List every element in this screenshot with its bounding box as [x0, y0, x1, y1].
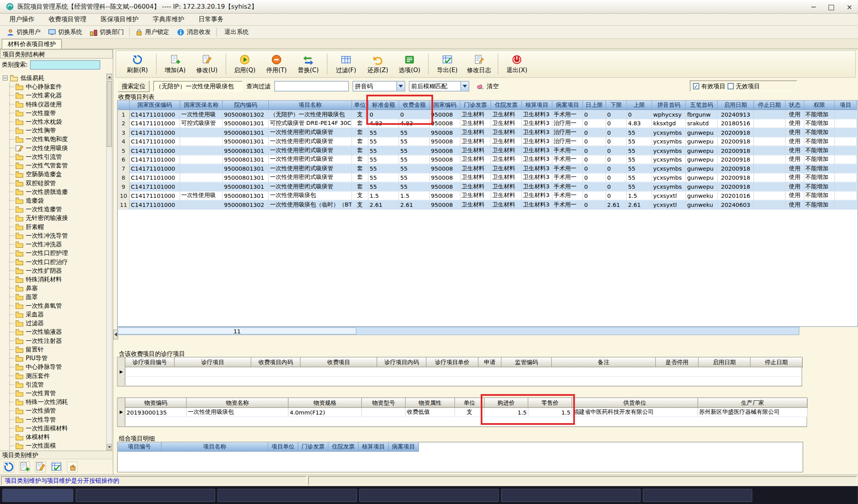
column-header[interactable]: 供货单位 [572, 398, 698, 408]
tree-item[interactable]: 一次性膀胱造瘘 [6, 187, 106, 196]
tab-material-price-maintenance[interactable]: 材料价表项目维护 [2, 39, 62, 49]
table-row[interactable]: 8C1417110100095000801301一次性使用密闭式吸痰管套5555… [118, 173, 858, 182]
column-header[interactable]: 收费项目内码 [251, 357, 301, 367]
tree-item[interactable]: 一次性扩阴器 [6, 266, 106, 275]
taskbar-button[interactable] [359, 489, 499, 502]
category-tool-button[interactable] [51, 461, 62, 472]
tree-item[interactable]: 一次性冲洗导管 [6, 231, 106, 240]
column-header[interactable]: 单位 [352, 101, 369, 110]
scrollbar-thumb[interactable]: 11 [118, 327, 357, 335]
tree-item[interactable]: PIU导管 [6, 353, 106, 362]
tree-item[interactable]: 一次性注射器 [6, 336, 106, 345]
toolbar-button-3[interactable]: 启用(Q) [229, 52, 261, 77]
column-header[interactable]: 国家医保名称 [180, 101, 223, 110]
tree-item[interactable]: 一次性使用吸痰 [6, 143, 106, 152]
tree-item[interactable]: 特殊一次性消耗 [6, 398, 106, 406]
taskbar-button[interactable] [643, 489, 752, 502]
column-header[interactable]: 住院发票 [491, 101, 522, 110]
column-header[interactable]: 停止日期 [751, 357, 803, 367]
table-row[interactable]: ▶20193000135一次性使用吸痰包4.0mm(F12)收费低值支1.51.… [118, 408, 807, 417]
column-header[interactable]: 住院发票 [329, 442, 359, 452]
column-header[interactable]: 国家编码 [430, 101, 461, 110]
close-button[interactable]: × [847, 2, 852, 11]
column-header[interactable]: 诊疗项目单价 [426, 357, 478, 367]
match-mode-select[interactable]: 前后模糊匹配 [409, 81, 469, 91]
scroll-down-icon[interactable] [107, 444, 112, 450]
category-tool-button[interactable] [3, 461, 14, 472]
taskbar-button[interactable] [2, 489, 74, 502]
column-header[interactable]: 项目名称 [162, 442, 268, 452]
menu-item[interactable]: 日常事务 [192, 14, 231, 24]
tree-item[interactable]: 一次性水枕袋 [6, 117, 106, 126]
charge-table-hscrollbar[interactable]: 11 [117, 327, 799, 335]
toolbar-button-11[interactable]: 退出(X) [501, 52, 533, 77]
tree-item[interactable]: 中心静脉套件 [6, 82, 106, 91]
column-header[interactable]: 单位 [455, 398, 484, 408]
valid-checkbox-label[interactable]: 有效项目 [702, 82, 726, 90]
column-header[interactable]: 生产厂家 [698, 398, 808, 408]
tree-item[interactable]: 造瘘袋 [6, 196, 106, 205]
quickbar-button-0[interactable]: 切换用户 [3, 27, 45, 37]
table-row[interactable]: 9C1417110100095000801301一次性使用密闭式吸痰管套5555… [118, 182, 858, 192]
toolbar-button-7[interactable]: 还原(Z) [362, 52, 394, 77]
toolbar-button-10[interactable]: 修改日志 [463, 52, 495, 77]
tree-item[interactable]: 面罩 [6, 292, 106, 301]
column-header[interactable]: 日上限 [583, 101, 606, 110]
tree-item[interactable]: 无针密闭输液接 [6, 214, 106, 222]
toolbar-button-2[interactable]: 修改(U) [191, 52, 223, 77]
menu-item[interactable]: 收费项目管理 [42, 14, 94, 24]
column-header[interactable]: 门诊发票 [298, 442, 328, 452]
pinyin-select[interactable]: 拼音码 [353, 81, 405, 91]
tree-root[interactable]: 低值易耗 [1, 73, 106, 82]
tree-item[interactable]: 体模材料 [6, 432, 106, 441]
column-header[interactable]: 上限 [627, 101, 652, 110]
chevron-down-icon[interactable] [460, 81, 469, 91]
tree-item[interactable]: 一次性冲洗器 [6, 240, 106, 248]
table-row[interactable]: 6C1417110100095000801301一次性使用密闭式吸痰管套5555… [118, 155, 858, 164]
toolbar-button-4[interactable]: 停用(T) [261, 52, 292, 77]
locate-value-box[interactable]: （无陪护）一次性使用吸痰包 [153, 81, 242, 91]
tree-item[interactable]: 一次性输液器 [6, 327, 106, 336]
table-row[interactable]: 4C1417110100095000801301一次性使用密闭式吸痰管套5555… [118, 137, 858, 146]
invalid-checkbox[interactable] [728, 83, 733, 89]
toolbar-button-9[interactable]: 导出(E) [432, 52, 463, 77]
tree-item[interactable]: 一次性面模 [6, 441, 106, 450]
column-header[interactable]: 状态 [786, 101, 804, 110]
column-header[interactable]: 诊疗项目 [175, 357, 251, 367]
quickbar-button-4[interactable]: 消息收发 [173, 27, 215, 37]
taskbar-button[interactable] [501, 489, 640, 502]
tree-scrollbar[interactable] [106, 73, 112, 450]
quickbar-button-3[interactable]: 用户锁定 [131, 27, 173, 37]
category-tool-button[interactable] [19, 461, 30, 472]
table-row[interactable] [118, 377, 802, 386]
taskbar-button[interactable] [218, 489, 357, 502]
tree-item[interactable]: 一次性口腔治疗 [6, 257, 106, 266]
tree-item[interactable]: 特殊仪器使用 [6, 100, 106, 108]
scrollbar-thumb[interactable] [107, 81, 112, 147]
column-header[interactable]: 项目单位 [268, 442, 298, 452]
table-row[interactable]: 1C14171101000一次性使用吸90500801302（无陪护）一次性使用… [118, 110, 858, 119]
clear-button[interactable]: 清空 [473, 81, 503, 91]
tree-item[interactable]: 留置针 [6, 345, 106, 353]
column-header[interactable]: 项目编号 [118, 442, 162, 452]
column-header[interactable]: 物资名称 [187, 398, 288, 408]
column-header[interactable]: 收费项目 [301, 357, 377, 367]
column-header[interactable]: 停止日期 [754, 101, 786, 110]
menu-item[interactable]: 字典库维护 [146, 14, 192, 24]
table-row[interactable]: 10C14171101000一次性使用吸95000801301一次性使用吸痰包支… [118, 192, 858, 201]
quickbar-button-5[interactable]: 退出系统 [218, 27, 252, 37]
toolbar-button-0[interactable]: 刷新(R) [121, 52, 153, 77]
column-header[interactable]: 下限 [606, 101, 627, 110]
tree-item[interactable]: 一次性腹带 [6, 108, 106, 117]
tree-item[interactable]: 一次性造瘘管 [6, 205, 106, 214]
tree-item[interactable]: 一次性胸带 [6, 126, 106, 135]
table-row[interactable]: 7C1417110100095000801301一次性使用密闭式吸痰管套5555… [118, 164, 858, 173]
toolbar-button-5[interactable]: 普换(C) [292, 52, 324, 77]
column-header[interactable]: 核算项目 [359, 442, 389, 452]
tree-item[interactable]: 引流管 [6, 380, 106, 389]
column-header[interactable]: 诊疗项目内码 [377, 357, 426, 367]
column-header[interactable]: 门诊发票 [460, 101, 491, 110]
table-row[interactable]: 2C14171101000可控式吸痰管95000801301可控式吸痰管 DRE… [118, 119, 858, 128]
tree-item[interactable]: 空肠肠造瘘盒 [6, 170, 106, 179]
column-header[interactable]: 启用日期 [718, 101, 754, 110]
